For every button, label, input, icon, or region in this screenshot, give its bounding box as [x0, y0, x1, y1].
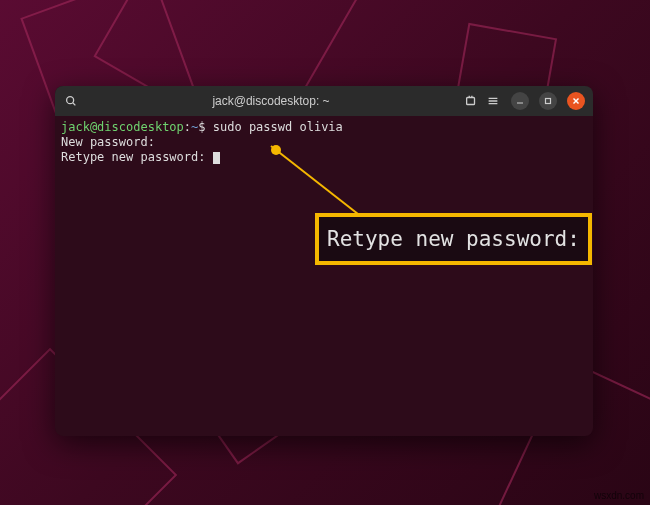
- terminal-line: Retype new password:: [61, 150, 587, 165]
- prompt-colon: :: [184, 120, 191, 134]
- search-icon[interactable]: [63, 93, 79, 109]
- minimize-button[interactable]: [511, 92, 529, 110]
- terminal-command: sudo passwd olivia: [213, 120, 343, 134]
- svg-rect-9: [546, 99, 551, 104]
- maximize-button[interactable]: [539, 92, 557, 110]
- new-tab-icon[interactable]: [463, 93, 479, 109]
- prompt-dollar: $: [198, 120, 205, 134]
- window-title: jack@discodesktop: ~: [85, 94, 457, 108]
- hamburger-menu-icon[interactable]: [485, 93, 501, 109]
- close-button[interactable]: [567, 92, 585, 110]
- cursor-icon: [213, 152, 220, 164]
- terminal-line: New password:: [61, 135, 587, 150]
- callout-dot: [271, 145, 281, 155]
- prompt-user-host: jack@discodesktop: [61, 120, 184, 134]
- watermark: wsxdn.com: [594, 490, 644, 501]
- svg-point-0: [67, 97, 74, 104]
- titlebar: jack@discodesktop: ~: [55, 86, 593, 116]
- callout-text: Retype new password:: [327, 227, 580, 251]
- terminal-output: Retype new password:: [61, 150, 206, 164]
- svg-rect-2: [467, 98, 475, 105]
- callout-box: Retype new password:: [315, 213, 592, 265]
- svg-line-1: [73, 103, 76, 106]
- terminal-output: New password:: [61, 135, 155, 149]
- terminal-body[interactable]: jack@discodesktop:~$ sudo passwd olivia …: [55, 116, 593, 436]
- terminal-line: jack@discodesktop:~$ sudo passwd olivia: [61, 120, 587, 135]
